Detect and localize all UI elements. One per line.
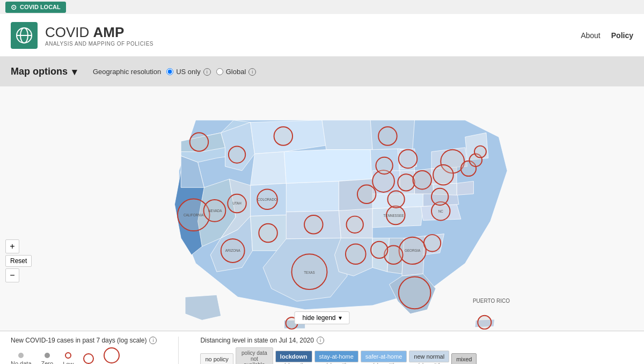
badge-new-normal[interactable]: new normal: [409, 351, 449, 362]
us-only-radio[interactable]: [166, 68, 173, 75]
us-only-info-icon[interactable]: i: [203, 68, 211, 76]
logo-icon: [11, 22, 38, 49]
svg-point-20: [413, 171, 431, 190]
badge-new-normal-wrapper: new normal (phase IV): [409, 351, 449, 365]
banner-label: COVID LOCAL: [20, 4, 61, 10]
badge-stay-home[interactable]: stay-at-home: [314, 351, 358, 362]
hide-legend-button[interactable]: hide legend ▾: [294, 311, 349, 324]
us-map-svg[interactable]: CALIFORNIA TEXAS ARIZONA COLORADO UTAH N…: [0, 86, 644, 331]
distancing-label: Distancing level in state on Jul 14, 202…: [200, 337, 313, 344]
cases-info-icon[interactable]: i: [149, 337, 157, 344]
global-info-icon[interactable]: i: [248, 68, 256, 76]
badge-lockdown-sub: (phase I): [275, 362, 312, 365]
covid-local-banner[interactable]: ⊙ COVID LOCAL: [5, 2, 66, 13]
svg-point-29: [274, 127, 293, 145]
map-options-bar: Map options ▾ Geographic resolution US o…: [0, 57, 644, 86]
logo-amp: AMP: [93, 24, 125, 40]
svg-point-17: [431, 188, 448, 205]
policy-link[interactable]: Policy: [611, 31, 633, 40]
hide-legend-label: hide legend: [302, 314, 335, 322]
distancing-legend-title: Distancing level in state on Jul 14, 202…: [200, 337, 477, 344]
legend-medium: [83, 353, 94, 364]
badge-safer-home[interactable]: safer-at-home: [361, 351, 407, 362]
nav-links: About Policy: [581, 31, 633, 40]
logo-text: COVID AMP ANALYSIS AND MAPPING OF POLICI…: [45, 24, 153, 47]
about-link[interactable]: About: [581, 31, 601, 40]
svg-point-33: [474, 146, 486, 158]
svg-point-21: [399, 150, 418, 169]
svg-point-9: [433, 165, 453, 185]
global-option[interactable]: Global i: [216, 68, 257, 76]
legend-zero: Zero: [41, 353, 54, 364]
badge-safer-home-sub: (phase III): [361, 362, 407, 365]
global-label: Global: [226, 68, 246, 76]
svg-point-28: [190, 133, 209, 151]
badge-stay-home-sub: (phase II): [314, 362, 358, 365]
chevron-down-icon: ▾: [339, 314, 342, 322]
svg-text:NC: NC: [438, 209, 444, 213]
svg-point-5: [399, 277, 431, 309]
badge-safer-home-wrapper: safer-at-home (phase III): [361, 351, 407, 365]
logo-subtitle: ANALYSIS AND MAPPING OF POLICIES: [45, 41, 153, 47]
svg-point-27: [371, 242, 387, 258]
cases-legend-title: New COVID-19 cases in past 7 days (log s…: [11, 337, 157, 344]
header: COVID AMP ANALYSIS AND MAPPING OF POLICI…: [0, 14, 644, 57]
zoom-in-button[interactable]: +: [5, 239, 19, 253]
logo-covid: COVID: [45, 24, 89, 40]
svg-point-19: [398, 174, 414, 191]
svg-text:CALIFORNIA: CALIFORNIA: [184, 213, 204, 217]
chevron-down-icon: ▾: [72, 66, 77, 78]
us-only-label: US only: [176, 68, 201, 76]
distancing-legend: Distancing level in state on Jul 14, 202…: [200, 337, 477, 364]
svg-text:ARIZONA: ARIZONA: [225, 249, 241, 252]
svg-text:NEVADA: NEVADA: [208, 209, 222, 213]
legend-no-data: No data: [11, 353, 32, 364]
svg-text:GEORGIA: GEORGIA: [405, 249, 421, 252]
svg-point-18: [357, 185, 376, 204]
svg-point-26: [347, 216, 363, 233]
zoom-out-button[interactable]: −: [5, 268, 19, 282]
distancing-info-icon[interactable]: i: [317, 337, 324, 344]
svg-point-15: [424, 235, 441, 251]
svg-point-35: [376, 157, 392, 174]
us-only-option[interactable]: US only i: [166, 68, 211, 76]
svg-point-37: [478, 316, 491, 329]
svg-point-34: [378, 127, 397, 145]
map-options-label: Map options: [11, 66, 68, 77]
svg-point-23: [259, 224, 277, 243]
svg-point-25: [304, 215, 323, 234]
global-radio[interactable]: [216, 68, 223, 75]
policy-badges: no policy policy data not available lock…: [200, 347, 477, 364]
badge-new-normal-sub: (phase IV): [409, 362, 449, 365]
svg-text:TEXAS: TEXAS: [304, 271, 315, 274]
legend-area: New COVID-19 cases in past 7 days (log s…: [0, 331, 644, 364]
banner-icon: ⊙: [11, 3, 17, 11]
badge-stay-home-wrapper: stay-at-home (phase II): [314, 351, 358, 365]
badge-mixed[interactable]: mixed: [451, 353, 477, 365]
cases-legend: New COVID-19 cases in past 7 days (log s…: [11, 337, 157, 364]
badge-lockdown[interactable]: lockdown: [275, 351, 312, 362]
legend-low: Low: [63, 352, 74, 364]
badge-no-policy[interactable]: no policy: [200, 353, 233, 365]
svg-text:TENNESSEE: TENNESSEE: [383, 214, 404, 217]
puerto-rico-label: PUERTO RICO: [473, 298, 510, 304]
svg-text:UTAH: UTAH: [232, 201, 241, 205]
svg-point-36: [387, 191, 404, 208]
svg-text:COLORADO: COLORADO: [258, 198, 277, 201]
geo-resolution: Geographic resolution US only i Global i: [93, 68, 256, 76]
logo-area: COVID AMP ANALYSIS AND MAPPING OF POLICI…: [11, 22, 153, 49]
cases-legend-label: New COVID-19 cases in past 7 days (log s…: [11, 337, 147, 344]
badge-lockdown-wrapper: lockdown (phase I): [275, 351, 312, 365]
badge-policy-na[interactable]: policy data not available: [236, 347, 273, 364]
map-options-title[interactable]: Map options ▾: [11, 66, 77, 78]
geo-resolution-label: Geographic resolution: [93, 68, 161, 76]
legend-circles: No data Zero Low High: [11, 347, 157, 364]
reset-button[interactable]: Reset: [5, 255, 32, 267]
map-container: CALIFORNIA TEXAS ARIZONA COLORADO UTAH N…: [0, 86, 644, 331]
svg-point-30: [229, 146, 245, 163]
svg-point-13: [346, 244, 366, 264]
legend-high: High: [104, 347, 120, 364]
